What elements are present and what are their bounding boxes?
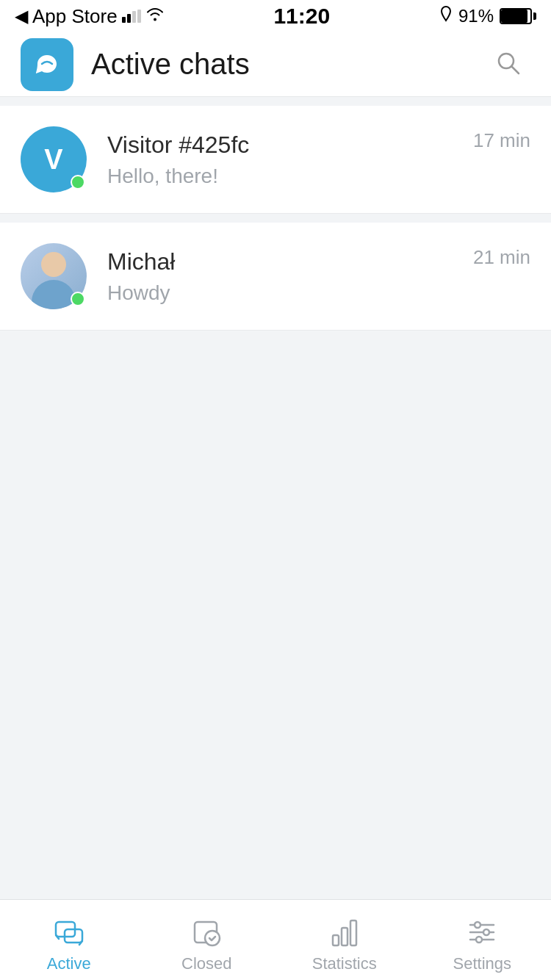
chat-preview-visitor: Hello, there! (107, 165, 473, 188)
carrier-label: App Store (32, 5, 118, 28)
svg-line-1 (511, 66, 519, 73)
battery-label: 91% (458, 6, 494, 26)
tab-active[interactable]: Active (0, 907, 138, 973)
search-button[interactable] (486, 41, 530, 87)
content-area: V Visitor #425fc Hello, there! 17 min Mi… (0, 97, 551, 899)
battery-icon (500, 8, 536, 24)
svg-rect-6 (333, 935, 339, 945)
active-chats-icon (51, 915, 87, 950)
tab-settings-label: Settings (453, 954, 512, 973)
avatar-letter: V (44, 144, 62, 176)
signal-icon (122, 10, 141, 23)
chat-time-michal: 21 min (473, 246, 530, 269)
avatar-wrapper-visitor: V (21, 126, 87, 192)
tab-closed[interactable]: Closed (138, 907, 276, 973)
statistics-icon (327, 915, 362, 950)
svg-point-14 (476, 937, 482, 943)
chat-item-michal[interactable]: Michał Howdy 21 min (0, 223, 551, 331)
settings-icon (464, 915, 500, 950)
back-arrow-icon: ◀ (15, 6, 28, 26)
tab-active-label: Active (47, 954, 91, 973)
wifi-icon (145, 7, 165, 26)
tab-statistics-label: Statistics (312, 954, 377, 973)
tab-closed-label: Closed (181, 954, 231, 973)
header-left: Active chats (21, 38, 250, 91)
closed-chats-icon (189, 915, 224, 950)
chat-time-visitor: 17 min (473, 129, 530, 152)
svg-point-12 (483, 929, 489, 935)
chat-name-michal: Michał (107, 248, 473, 275)
online-indicator-visitor (71, 175, 85, 190)
chat-item-visitor[interactable]: V Visitor #425fc Hello, there! 17 min (0, 106, 551, 214)
online-indicator-michal (71, 292, 85, 306)
chat-preview-michal: Howdy (107, 281, 473, 305)
status-carrier: ◀ App Store (15, 5, 165, 28)
page-title: Active chats (91, 48, 250, 81)
svg-rect-8 (350, 920, 356, 945)
avatar-wrapper-michal (21, 243, 87, 309)
chat-list: V Visitor #425fc Hello, there! 17 min Mi… (0, 106, 551, 331)
status-bar: ◀ App Store 11:20 91% (0, 0, 551, 32)
status-battery: 91% (439, 6, 536, 26)
tab-bar: Active Closed Statistics (0, 899, 551, 980)
tab-statistics[interactable]: Statistics (276, 907, 414, 973)
header: Active chats (0, 32, 551, 97)
svg-point-10 (475, 922, 480, 928)
status-time: 11:20 (273, 4, 330, 29)
svg-rect-7 (342, 928, 347, 945)
svg-point-5 (205, 931, 220, 945)
tab-settings[interactable]: Settings (414, 907, 552, 973)
location-icon (439, 6, 453, 26)
chat-info-michal: Michał Howdy (107, 248, 473, 305)
chat-info-visitor: Visitor #425fc Hello, there! (107, 131, 473, 188)
chat-name-visitor: Visitor #425fc (107, 131, 473, 159)
app-logo (21, 38, 73, 91)
